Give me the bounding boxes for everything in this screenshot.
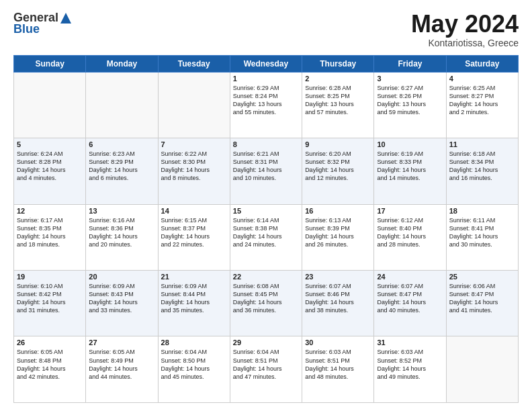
table-row: 13Sunrise: 6:16 AM Sunset: 8:36 PM Dayli… xyxy=(86,204,158,270)
table-row xyxy=(158,72,230,138)
table-row: 1Sunrise: 6:29 AM Sunset: 8:24 PM Daylig… xyxy=(230,72,302,138)
day-number: 17 xyxy=(377,207,443,215)
day-info: Sunrise: 6:07 AM Sunset: 8:47 PM Dayligh… xyxy=(377,282,443,315)
table-row: 8Sunrise: 6:21 AM Sunset: 8:31 PM Daylig… xyxy=(230,138,302,204)
calendar-week-row: 12Sunrise: 6:17 AM Sunset: 8:35 PM Dayli… xyxy=(14,204,519,270)
calendar-week-row: 19Sunrise: 6:10 AM Sunset: 8:42 PM Dayli… xyxy=(14,271,519,336)
day-info: Sunrise: 6:15 AM Sunset: 8:37 PM Dayligh… xyxy=(161,216,227,249)
day-number: 6 xyxy=(89,140,154,148)
col-sunday: Sunday xyxy=(14,55,86,72)
day-info: Sunrise: 6:11 AM Sunset: 8:41 PM Dayligh… xyxy=(449,216,515,249)
table-row xyxy=(446,336,518,403)
day-number: 2 xyxy=(305,75,371,83)
day-info: Sunrise: 6:17 AM Sunset: 8:35 PM Dayligh… xyxy=(17,216,83,249)
col-monday: Monday xyxy=(86,55,158,72)
col-tuesday: Tuesday xyxy=(158,55,230,72)
table-row: 31Sunrise: 6:03 AM Sunset: 8:52 PM Dayli… xyxy=(374,336,446,403)
day-number: 20 xyxy=(89,273,154,281)
table-row: 4Sunrise: 6:25 AM Sunset: 8:27 PM Daylig… xyxy=(446,72,518,138)
day-number: 8 xyxy=(233,140,299,148)
table-row: 23Sunrise: 6:07 AM Sunset: 8:46 PM Dayli… xyxy=(302,271,374,336)
table-row: 29Sunrise: 6:04 AM Sunset: 8:51 PM Dayli… xyxy=(230,336,302,403)
table-row: 10Sunrise: 6:19 AM Sunset: 8:33 PM Dayli… xyxy=(374,138,446,204)
day-info: Sunrise: 6:05 AM Sunset: 8:48 PM Dayligh… xyxy=(17,348,83,381)
table-row: 5Sunrise: 6:24 AM Sunset: 8:28 PM Daylig… xyxy=(14,138,86,204)
day-info: Sunrise: 6:24 AM Sunset: 8:28 PM Dayligh… xyxy=(17,150,83,183)
logo-icon xyxy=(59,11,73,25)
col-friday: Friday xyxy=(374,55,446,72)
table-row: 11Sunrise: 6:18 AM Sunset: 8:34 PM Dayli… xyxy=(446,138,518,204)
calendar-week-row: 26Sunrise: 6:05 AM Sunset: 8:48 PM Dayli… xyxy=(14,336,519,403)
day-number: 4 xyxy=(449,75,515,83)
table-row: 3Sunrise: 6:27 AM Sunset: 8:26 PM Daylig… xyxy=(374,72,446,138)
day-info: Sunrise: 6:04 AM Sunset: 8:50 PM Dayligh… xyxy=(161,348,227,381)
day-info: Sunrise: 6:10 AM Sunset: 8:42 PM Dayligh… xyxy=(17,282,83,315)
calendar-week-row: 5Sunrise: 6:24 AM Sunset: 8:28 PM Daylig… xyxy=(14,138,519,204)
day-info: Sunrise: 6:20 AM Sunset: 8:32 PM Dayligh… xyxy=(305,150,371,183)
day-number: 10 xyxy=(377,140,443,148)
table-row: 2Sunrise: 6:28 AM Sunset: 8:25 PM Daylig… xyxy=(302,72,374,138)
day-info: Sunrise: 6:21 AM Sunset: 8:31 PM Dayligh… xyxy=(233,150,299,183)
day-info: Sunrise: 6:18 AM Sunset: 8:34 PM Dayligh… xyxy=(449,150,515,183)
day-number: 11 xyxy=(449,140,515,148)
table-row: 19Sunrise: 6:10 AM Sunset: 8:42 PM Dayli… xyxy=(14,271,86,336)
table-row: 27Sunrise: 6:05 AM Sunset: 8:49 PM Dayli… xyxy=(86,336,158,403)
day-number: 22 xyxy=(233,273,299,281)
title-month: May 2024 xyxy=(411,11,519,38)
col-saturday: Saturday xyxy=(446,55,518,72)
day-info: Sunrise: 6:19 AM Sunset: 8:33 PM Dayligh… xyxy=(377,150,443,183)
day-number: 27 xyxy=(89,338,154,347)
day-info: Sunrise: 6:13 AM Sunset: 8:39 PM Dayligh… xyxy=(305,216,371,249)
day-info: Sunrise: 6:03 AM Sunset: 8:52 PM Dayligh… xyxy=(377,348,443,381)
day-info: Sunrise: 6:04 AM Sunset: 8:51 PM Dayligh… xyxy=(233,348,299,381)
calendar-table: Sunday Monday Tuesday Wednesday Thursday… xyxy=(13,55,519,403)
table-row: 22Sunrise: 6:08 AM Sunset: 8:45 PM Dayli… xyxy=(230,271,302,336)
table-row: 6Sunrise: 6:23 AM Sunset: 8:29 PM Daylig… xyxy=(86,138,158,204)
title-location: Kontariotissa, Greece xyxy=(411,38,519,48)
logo-blue: Blue xyxy=(13,22,40,36)
table-row: 30Sunrise: 6:03 AM Sunset: 8:51 PM Dayli… xyxy=(302,336,374,403)
day-info: Sunrise: 6:14 AM Sunset: 8:38 PM Dayligh… xyxy=(233,216,299,249)
table-row xyxy=(86,72,158,138)
day-info: Sunrise: 6:22 AM Sunset: 8:30 PM Dayligh… xyxy=(161,150,227,183)
table-row: 17Sunrise: 6:12 AM Sunset: 8:40 PM Dayli… xyxy=(374,204,446,270)
day-number: 31 xyxy=(377,338,443,347)
table-row: 15Sunrise: 6:14 AM Sunset: 8:38 PM Dayli… xyxy=(230,204,302,270)
day-number: 1 xyxy=(233,75,299,83)
day-number: 5 xyxy=(17,140,83,148)
day-info: Sunrise: 6:06 AM Sunset: 8:47 PM Dayligh… xyxy=(449,282,515,315)
day-info: Sunrise: 6:29 AM Sunset: 8:24 PM Dayligh… xyxy=(233,84,299,117)
day-info: Sunrise: 6:03 AM Sunset: 8:51 PM Dayligh… xyxy=(305,348,371,381)
day-number: 28 xyxy=(161,338,227,347)
day-number: 23 xyxy=(305,273,371,281)
day-info: Sunrise: 6:05 AM Sunset: 8:49 PM Dayligh… xyxy=(89,348,154,381)
day-number: 30 xyxy=(305,338,371,347)
header-row: Sunday Monday Tuesday Wednesday Thursday… xyxy=(14,55,519,72)
col-thursday: Thursday xyxy=(302,55,374,72)
day-info: Sunrise: 6:08 AM Sunset: 8:45 PM Dayligh… xyxy=(233,282,299,315)
day-number: 3 xyxy=(377,75,443,83)
day-number: 14 xyxy=(161,207,227,215)
page: General Blue May 2024 Kontariotissa, Gre… xyxy=(0,0,532,411)
day-number: 7 xyxy=(161,140,227,148)
table-row: 26Sunrise: 6:05 AM Sunset: 8:48 PM Dayli… xyxy=(14,336,86,403)
table-row: 21Sunrise: 6:09 AM Sunset: 8:44 PM Dayli… xyxy=(158,271,230,336)
table-row: 28Sunrise: 6:04 AM Sunset: 8:50 PM Dayli… xyxy=(158,336,230,403)
day-number: 24 xyxy=(377,273,443,281)
day-number: 12 xyxy=(17,207,83,215)
day-info: Sunrise: 6:09 AM Sunset: 8:44 PM Dayligh… xyxy=(161,282,227,315)
table-row: 9Sunrise: 6:20 AM Sunset: 8:32 PM Daylig… xyxy=(302,138,374,204)
day-info: Sunrise: 6:16 AM Sunset: 8:36 PM Dayligh… xyxy=(89,216,154,249)
table-row: 16Sunrise: 6:13 AM Sunset: 8:39 PM Dayli… xyxy=(302,204,374,270)
day-number: 15 xyxy=(233,207,299,215)
day-info: Sunrise: 6:23 AM Sunset: 8:29 PM Dayligh… xyxy=(89,150,154,183)
day-info: Sunrise: 6:25 AM Sunset: 8:27 PM Dayligh… xyxy=(449,84,515,117)
day-info: Sunrise: 6:27 AM Sunset: 8:26 PM Dayligh… xyxy=(377,84,443,117)
table-row: 14Sunrise: 6:15 AM Sunset: 8:37 PM Dayli… xyxy=(158,204,230,270)
table-row: 7Sunrise: 6:22 AM Sunset: 8:30 PM Daylig… xyxy=(158,138,230,204)
title-block: May 2024 Kontariotissa, Greece xyxy=(411,11,519,48)
day-number: 16 xyxy=(305,207,371,215)
day-info: Sunrise: 6:07 AM Sunset: 8:46 PM Dayligh… xyxy=(305,282,371,315)
day-number: 9 xyxy=(305,140,371,148)
day-info: Sunrise: 6:12 AM Sunset: 8:40 PM Dayligh… xyxy=(377,216,443,249)
